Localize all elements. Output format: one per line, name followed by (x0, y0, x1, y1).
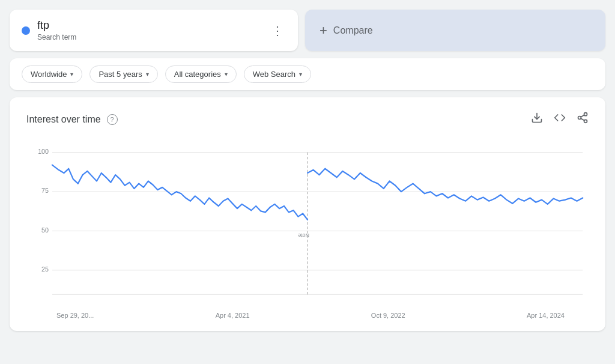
time-filter-label: Past 5 years (98, 70, 142, 79)
compare-label: Compare (333, 25, 373, 36)
svg-text:75: 75 (41, 187, 49, 194)
x-label-4: Apr 14, 2024 (527, 312, 565, 319)
region-filter-button[interactable]: Worldwide ▾ (22, 65, 82, 83)
x-label-3: Oct 9, 2022 (371, 312, 405, 319)
x-label-2: Apr 4, 2021 (216, 312, 250, 319)
more-options-icon[interactable]: ⋮ (269, 21, 286, 40)
interest-over-time-chart: 100 75 50 25 Note (26, 139, 589, 307)
compare-card[interactable]: + Compare (305, 10, 605, 51)
chart-title-group: Interest over time ? (26, 114, 118, 125)
svg-line-4 (581, 118, 584, 120)
chart-header: Interest over time ? (26, 112, 589, 127)
time-chevron-icon: ▾ (146, 71, 149, 77)
search-type-filter-button[interactable]: Web Search ▾ (244, 65, 311, 83)
region-chevron-icon: ▾ (70, 71, 73, 77)
chart-container: 100 75 50 25 Note (26, 139, 589, 307)
share-icon[interactable] (577, 112, 589, 127)
search-term-dot (22, 26, 30, 35)
category-filter-label: All categories (174, 70, 221, 79)
chart-title: Interest over time (26, 114, 101, 125)
chart-card: Interest over time ? (10, 97, 605, 331)
search-type-chevron-icon: ▾ (299, 71, 302, 77)
search-term-type-label: Search term (37, 33, 76, 41)
svg-text:Note: Note (298, 232, 309, 238)
category-chevron-icon: ▾ (225, 71, 228, 77)
svg-text:50: 50 (41, 226, 49, 233)
search-type-filter-label: Web Search (253, 70, 295, 79)
download-icon[interactable] (531, 112, 543, 127)
svg-line-5 (581, 115, 584, 117)
top-section: ftp Search term ⋮ + Compare (10, 10, 605, 51)
region-filter-label: Worldwide (31, 70, 67, 79)
search-term-name: ftp (37, 19, 76, 32)
svg-text:100: 100 (38, 148, 49, 155)
svg-text:25: 25 (41, 265, 49, 273)
help-icon[interactable]: ? (107, 114, 118, 125)
search-term-card: ftp Search term ⋮ (10, 10, 298, 51)
embed-icon[interactable] (554, 112, 566, 127)
category-filter-button[interactable]: All categories ▾ (165, 65, 237, 83)
search-term-text: ftp Search term (37, 19, 76, 41)
search-term-left: ftp Search term (22, 19, 76, 41)
compare-plus-icon: + (320, 23, 327, 38)
x-axis-labels: Sep 29, 20... Apr 4, 2021 Oct 9, 2022 Ap… (26, 312, 589, 319)
x-label-1: Sep 29, 20... (56, 312, 94, 319)
chart-actions (531, 112, 589, 127)
time-filter-button[interactable]: Past 5 years ▾ (89, 65, 157, 83)
filters-bar: Worldwide ▾ Past 5 years ▾ All categorie… (10, 58, 605, 90)
